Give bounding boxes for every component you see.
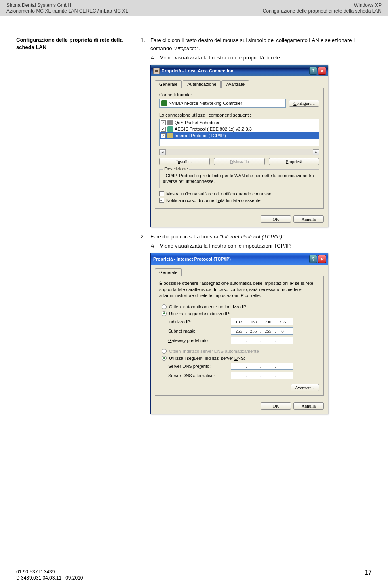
checkbox-icon[interactable]: ✓	[161, 133, 166, 138]
adapter-field: NVIDIA nForce Networking Controller	[159, 99, 286, 108]
scroll-track[interactable]	[166, 149, 313, 155]
adapter-name: NVIDIA nForce Networking Controller	[169, 101, 242, 106]
dns2-label: Server DNS alternativo:	[168, 373, 231, 378]
component-icon	[167, 133, 173, 138]
description-group: Descrizione TCP/IP. Protocollo predefini…	[159, 169, 319, 188]
page-footer: 61 90 537 D 3439 D 3439.031.04.03.11 09.…	[16, 567, 372, 582]
tabs: Generale Autenticazione Avanzate	[155, 80, 324, 88]
dns1-input[interactable]: ...	[231, 363, 293, 370]
window-tcpip-properties: Proprietà - Internet Protocol (TCP/IP) ?…	[150, 253, 328, 414]
connection-icon: ⇄	[153, 68, 160, 74]
header-left: Sirona Dental Systems GmbH Azionamento M…	[6, 2, 128, 14]
radio-auto-dns: Ottieni indirizzo server DNS automaticam…	[159, 349, 319, 354]
radio-auto-ip[interactable]: Ottieni automaticamente un indirizzo IP	[159, 304, 319, 309]
description-text: TCP/IP. Protocollo predefinito per le WA…	[163, 173, 316, 185]
step-1-result-text: Viene visualizzata la finestra con le pr…	[160, 55, 281, 61]
tabs: Generale	[155, 268, 324, 276]
checkbox-icon[interactable]	[159, 191, 164, 196]
configure-button[interactable]: CConfigura...onfigura...	[289, 100, 319, 107]
radio-use-dns[interactable]: Utilizza i seguenti indirizzi server DNS…	[159, 356, 319, 361]
dns1-label: Server DNS preferito:	[168, 364, 231, 369]
notify-label: Notifica in caso di connettività limitat…	[166, 198, 261, 203]
page-number: 17	[365, 569, 372, 582]
component-icon	[167, 126, 173, 132]
help-button[interactable]: ?	[309, 255, 317, 263]
component-row[interactable]: ✓ AEGIS Protocol (IEEE 802.1x) v3.2.0.3	[160, 126, 319, 132]
component-label: AEGIS Protocol (IEEE 802.1x) v3.2.0.3	[175, 127, 252, 132]
cancel-button[interactable]: Annulla	[293, 215, 324, 223]
radio-icon[interactable]	[162, 304, 167, 309]
page-header: Sirona Dental Systems GmbH Azionamento M…	[0, 0, 388, 16]
dns2-input[interactable]: ...	[231, 372, 293, 379]
component-label: QoS Packet Scheduler	[175, 120, 219, 125]
scroll-right-icon[interactable]: ►	[313, 149, 319, 155]
gateway-label: Gateway predefinito:	[168, 338, 231, 343]
show-icon-checkbox-row[interactable]: Mostra un'icona sull'area di notifica qu…	[159, 191, 319, 196]
radio-icon[interactable]	[162, 356, 167, 361]
radio-use-ip-label: Utilizza il seguente indirizzo IP:	[169, 311, 230, 316]
horizontal-scrollbar[interactable]: ◄ ►	[159, 149, 319, 155]
radio-use-ip[interactable]: Utilizza il seguente indirizzo IP:	[159, 311, 319, 316]
notify-checkbox-row[interactable]: ✓ Notifica in caso di connettività limit…	[159, 198, 319, 203]
window-lan-properties: ⇄ Proprietà - Local Area Connection ? ✕ …	[150, 65, 328, 227]
tab-avanzate[interactable]: Avanzate	[221, 80, 249, 88]
help-button[interactable]: ?	[309, 67, 317, 75]
ip-address-input[interactable]: 192.168.230.235	[231, 318, 293, 325]
footer-code1: 61 90 537 D 3439	[16, 569, 83, 575]
checkbox-icon[interactable]: ✓	[161, 127, 166, 132]
window-title: Proprietà - Internet Protocol (TCP/IP)	[153, 257, 309, 261]
header-right: Windows XP Configurazione delle propriet…	[263, 2, 382, 14]
header-section: Configurazione delle proprietà di rete d…	[263, 8, 382, 14]
step-1-number: 1.	[141, 36, 146, 52]
step-2-text: Fare doppio clic sulla finestra "Interne…	[150, 233, 285, 241]
scroll-left-icon[interactable]: ◄	[159, 149, 166, 155]
show-icon-label: Mostra un'icona sull'area di notifica qu…	[166, 191, 271, 196]
nic-icon	[161, 100, 167, 106]
component-row[interactable]: ✓ QoS Packet Scheduler	[160, 119, 319, 126]
connect-via-label: Connetti tramite:	[159, 92, 319, 97]
tab-generale[interactable]: Generale	[155, 268, 182, 276]
header-product: Azionamento MC XL tramite LAN CEREC / in…	[6, 8, 128, 14]
checkbox-icon[interactable]: ✓	[161, 120, 166, 125]
footer-code2: D 3439.031.04.03.11 09.2010	[16, 575, 83, 582]
install-button[interactable]: Installa...	[159, 158, 210, 165]
result-arrow-icon: ➭	[150, 243, 156, 249]
radio-icon[interactable]	[162, 311, 167, 316]
components-list[interactable]: ✓ QoS Packet Scheduler ✓ AEGIS Protocol …	[159, 119, 319, 146]
cancel-button[interactable]: Annulla	[293, 402, 324, 410]
close-button[interactable]: ✕	[318, 67, 326, 75]
titlebar[interactable]: Proprietà - Internet Protocol (TCP/IP) ?…	[151, 253, 328, 265]
step-1: 1. Fare clic con il tasto destro del mou…	[141, 36, 372, 52]
ok-button[interactable]: OK	[261, 402, 291, 410]
component-row-selected[interactable]: ✓ Internet Protocol (TCP/IP)	[160, 132, 319, 139]
step-1-result: ➭ Viene visualizzata la finestra con le …	[141, 55, 372, 61]
gateway-input[interactable]: ...	[231, 337, 293, 344]
result-arrow-icon: ➭	[150, 55, 156, 61]
tab-autenticazione[interactable]: Autenticazione	[183, 80, 221, 88]
close-button[interactable]: ✕	[318, 255, 326, 263]
step-2-result-text: Viene visualizzata la finestra con le im…	[160, 243, 291, 249]
component-icon	[167, 120, 173, 125]
tcpip-description: È possibile ottenere l'assegnazione auto…	[159, 280, 319, 299]
header-os: Windows XP	[263, 2, 382, 8]
description-label: Descrizione	[163, 166, 189, 171]
step-2-number: 2.	[141, 233, 146, 241]
radio-use-dns-label: Utilizza i seguenti indirizzi server DNS…	[169, 356, 245, 361]
radio-auto-dns-label: Ottieni indirizzo server DNS automaticam…	[169, 349, 259, 354]
component-label: Internet Protocol (TCP/IP)	[175, 133, 226, 138]
properties-button[interactable]: Proprietà	[269, 158, 319, 165]
advanced-button[interactable]: Avanzate...	[291, 384, 319, 391]
uninstall-button: Disinstalla	[214, 158, 264, 165]
step-1-text: Fare clic con il tasto destro del mouse …	[150, 36, 372, 52]
subnet-label: Subnet mask:	[168, 329, 231, 333]
radio-auto-ip-label: Ottieni automaticamente un indirizzo IP	[169, 304, 246, 309]
side-heading: Configurazione delle proprietà di rete d…	[16, 36, 133, 51]
checkbox-icon[interactable]: ✓	[159, 198, 164, 203]
subnet-input[interactable]: 255.255.255.0	[231, 327, 293, 335]
titlebar[interactable]: ⇄ Proprietà - Local Area Connection ? ✕	[151, 65, 328, 76]
step-2: 2. Fare doppio clic sulla finestra "Inte…	[141, 233, 372, 241]
ok-button[interactable]: OK	[261, 215, 291, 223]
step-2-result: ➭ Viene visualizzata la finestra con le …	[141, 243, 372, 249]
header-company: Sirona Dental Systems GmbH	[6, 2, 128, 8]
tab-generale[interactable]: Generale	[155, 80, 182, 88]
